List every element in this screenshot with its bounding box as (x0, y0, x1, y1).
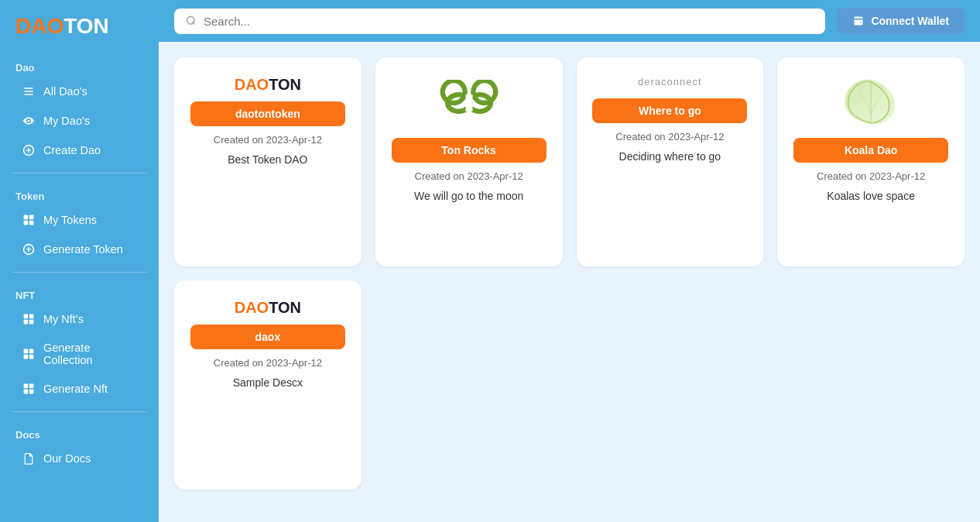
sidebar-item-generate-nft[interactable]: Generate Nft (6, 375, 152, 403)
card-badge: daox (190, 325, 345, 349)
svg-rect-2 (29, 215, 34, 220)
section-label-docs: Docs (0, 420, 159, 444)
sidebar: DAOTON Dao All Dao's My Dao's Create Dao… (0, 0, 159, 522)
nft-gen-icon (22, 382, 36, 396)
card-desc: Best Token DAO (228, 153, 307, 166)
search-container (174, 9, 825, 34)
svg-rect-8 (24, 320, 29, 325)
plus-circle-icon-2 (22, 242, 36, 256)
list-icon (22, 84, 36, 98)
sidebar-item-generate-collection[interactable]: Generate Collection (6, 335, 152, 373)
card-daox[interactable]: DAOTON daox Created on 2023-Apr-12 Sampl… (174, 280, 362, 489)
sidebar-item-create-dao[interactable]: Create Dao (6, 136, 152, 164)
svg-rect-15 (29, 384, 34, 389)
app-logo: DAOTON (0, 0, 159, 53)
card-date: Created on 2023-Apr-12 (214, 357, 322, 369)
eye-icon (22, 114, 36, 128)
card-desc: We will go to the moon (414, 190, 523, 202)
sidebar-item-my-tokens[interactable]: My Tokens (6, 206, 152, 234)
svg-rect-3 (24, 221, 29, 225)
cards-container: DAOTON daotontoken Created on 2023-Apr-1… (159, 42, 980, 522)
divider-token (12, 173, 147, 173)
card-title: DAOTON (235, 299, 301, 317)
svg-rect-4 (29, 221, 34, 225)
card-desc: Sample Descx (233, 376, 303, 389)
card-badge: daotontoken (190, 101, 345, 126)
svg-rect-7 (29, 314, 34, 319)
svg-rect-21 (465, 94, 472, 112)
card-logo (434, 76, 504, 130)
svg-rect-14 (24, 384, 29, 389)
card-daoton[interactable]: DAOTON daotontoken Created on 2023-Apr-1… (174, 57, 362, 266)
card-date: Created on 2023-Apr-12 (214, 134, 322, 146)
card-date: Created on 2023-Apr-12 (415, 170, 523, 182)
sidebar-label: My Nft's (43, 313, 84, 325)
section-label-token: Token (0, 181, 159, 205)
section-label-dao: Dao (0, 53, 159, 77)
gogo-icon (434, 80, 504, 126)
card-date: Created on 2023-Apr-12 (817, 170, 925, 182)
card-desc: Koalas love space (827, 190, 915, 202)
search-icon (185, 15, 197, 27)
wallet-icon (852, 15, 865, 27)
header: Connect Wallet (159, 0, 980, 42)
sidebar-item-generate-token[interactable]: Generate Token (6, 235, 152, 263)
deraconnect-label: deraconnect (638, 76, 702, 88)
svg-rect-9 (29, 320, 34, 325)
logo-dao: DAO (15, 14, 63, 38)
koala-logo (836, 76, 906, 130)
sidebar-label: All Dao's (43, 85, 87, 98)
card-badge: Koala Dao (793, 138, 948, 163)
section-label-nft: NFT (0, 280, 159, 304)
logo-ton: TON (63, 14, 109, 38)
svg-rect-11 (29, 349, 34, 354)
sidebar-label: Our Docs (43, 452, 91, 465)
plus-circle-icon (22, 143, 36, 157)
card-koala[interactable]: Koala Dao Created on 2023-Apr-12 Koalas … (777, 57, 965, 266)
sidebar-label: Generate Nft (43, 383, 108, 395)
divider-nft (12, 272, 147, 273)
sidebar-item-my-nfts[interactable]: My Nft's (6, 305, 152, 333)
sidebar-label: Create Dao (43, 144, 101, 156)
card-desc: Deciding where to go (619, 150, 721, 163)
divider-docs (12, 411, 147, 412)
card-title: DAOTON (235, 76, 301, 94)
grid-square-icon (22, 213, 36, 227)
card-badge: Ton Rocks (392, 138, 547, 163)
koala-icon (836, 76, 906, 130)
nft-grid-icon (22, 312, 36, 326)
card-wheretogo[interactable]: deraconnect Where to go Created on 2023-… (577, 57, 764, 266)
svg-rect-10 (24, 349, 29, 354)
search-input[interactable] (204, 15, 814, 28)
sidebar-item-my-daos[interactable]: My Dao's (6, 107, 152, 135)
sidebar-label: My Tokens (43, 214, 97, 226)
collection-grid-icon (22, 347, 36, 361)
sidebar-item-all-daos[interactable]: All Dao's (6, 77, 152, 105)
svg-rect-17 (29, 390, 34, 394)
card-badge: Where to go (592, 98, 747, 123)
file-icon (22, 452, 36, 465)
svg-rect-12 (24, 355, 29, 359)
svg-rect-16 (24, 390, 29, 394)
svg-rect-6 (24, 314, 29, 319)
cards-grid: DAOTON daotontoken Created on 2023-Apr-1… (174, 57, 965, 489)
svg-rect-13 (29, 355, 34, 359)
sidebar-label: Generate Collection (43, 342, 137, 366)
sidebar-label: Generate Token (43, 243, 123, 256)
sidebar-item-our-docs[interactable]: Our Docs (6, 445, 152, 472)
card-date: Created on 2023-Apr-12 (615, 131, 724, 143)
card-tonrocks[interactable]: Ton Rocks Created on 2023-Apr-12 We will… (375, 57, 563, 266)
svg-rect-1 (24, 215, 29, 220)
sidebar-label: My Dao's (43, 115, 90, 127)
connect-wallet-button[interactable]: Connect Wallet (837, 8, 965, 34)
connect-wallet-label: Connect Wallet (871, 15, 949, 27)
main-content: Connect Wallet DAOTON daotontoken Create… (159, 0, 980, 522)
